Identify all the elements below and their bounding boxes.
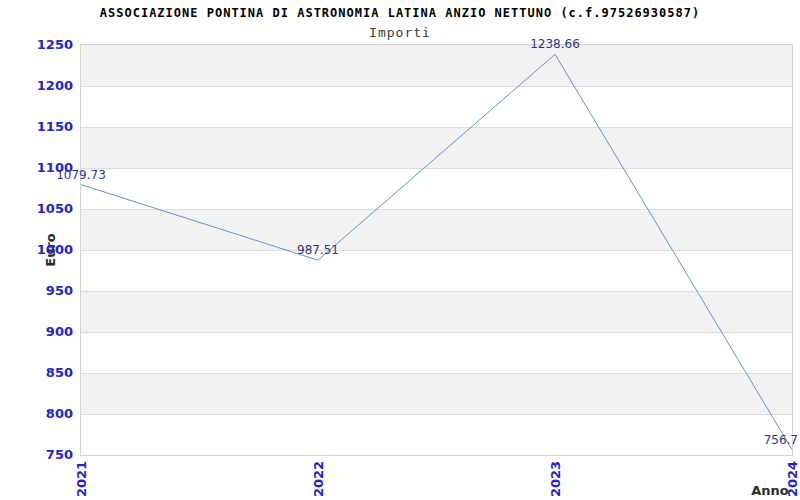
x-tick-label: 2021 xyxy=(74,461,89,497)
line-series-importi xyxy=(81,45,792,455)
y-tick-label: 1100 xyxy=(0,160,73,176)
y-tick-label: 1150 xyxy=(0,119,73,135)
line-path xyxy=(81,54,792,449)
chart-title: ASSOCIAZIONE PONTINA DI ASTRONOMIA LATIN… xyxy=(0,6,800,20)
x-tick-label: 2024 xyxy=(785,461,800,497)
x-axis-title: Anno xyxy=(751,483,789,498)
y-tick-label: 1050 xyxy=(0,201,73,217)
y-tick-label: 750 xyxy=(0,447,73,463)
data-point-label: 987.51 xyxy=(297,243,339,257)
y-tick-label: 1200 xyxy=(0,78,73,94)
y-tick-label: 1000 xyxy=(0,242,73,258)
chart-figure: ASSOCIAZIONE PONTINA DI ASTRONOMIA LATIN… xyxy=(0,0,800,500)
y-tick-label: 800 xyxy=(0,406,73,422)
data-point-label: 1238.66 xyxy=(530,37,580,51)
x-tick-label: 2022 xyxy=(311,461,326,497)
y-tick-label: 1250 xyxy=(0,37,73,53)
y-tick-label: 900 xyxy=(0,324,73,340)
y-tick-label: 950 xyxy=(0,283,73,299)
y-tick-label: 850 xyxy=(0,365,73,381)
x-tick-label: 2023 xyxy=(548,461,563,497)
data-point-label: 756.7 xyxy=(764,433,798,447)
plot-area: 1079.73987.511238.66756.7 xyxy=(80,44,793,456)
chart-subtitle: Importi xyxy=(0,25,800,40)
